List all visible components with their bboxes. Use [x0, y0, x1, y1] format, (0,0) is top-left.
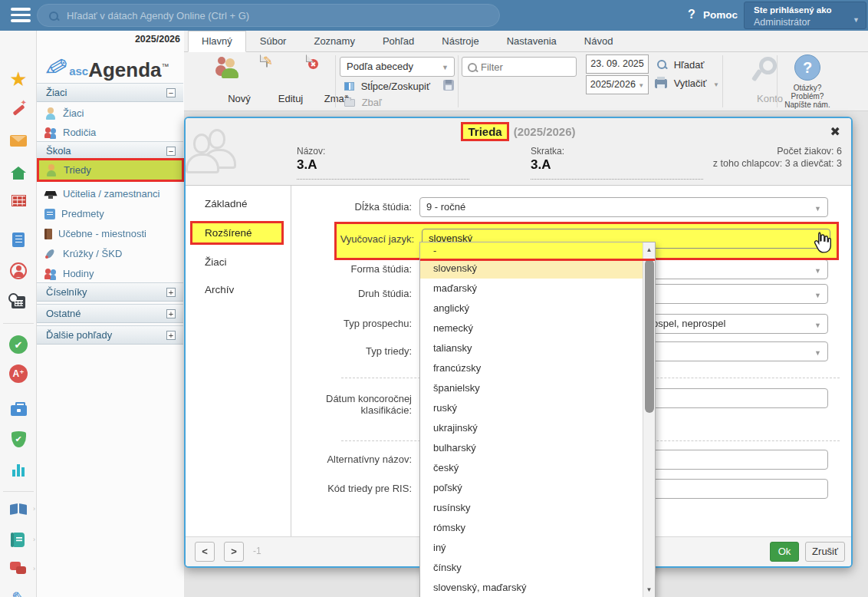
- menu-tab[interactable]: Nastavenia: [493, 31, 570, 52]
- expand-toggle-icon[interactable]: +: [166, 331, 176, 340]
- chevron-down-icon: ▼: [442, 64, 449, 71]
- dropdown-option[interactable]: rómsky: [420, 518, 643, 538]
- sidebar-item-triedy-selected[interactable]: Triedy: [37, 158, 184, 182]
- notebook-icon[interactable]: [0, 228, 37, 251]
- attendance-check-icon[interactable]: ✔: [0, 333, 37, 356]
- dropdown-option[interactable]: iný: [420, 538, 643, 558]
- dropdown-option[interactable]: španielsky: [420, 378, 643, 398]
- statistics-bars-icon[interactable]: [0, 459, 37, 482]
- dropdown-option[interactable]: český: [420, 458, 643, 478]
- dropdown-scrollbar[interactable]: ▲ ▼: [643, 242, 655, 597]
- dropdown-option[interactable]: poľský: [420, 478, 643, 498]
- dropdown-option[interactable]: nemecký: [420, 318, 643, 338]
- sidebar-item-ziaci[interactable]: Žiaci: [37, 104, 183, 123]
- hamburger-menu-icon[interactable]: [11, 8, 31, 23]
- library-book-icon[interactable]: ›: [0, 497, 37, 520]
- person-icon[interactable]: [0, 259, 37, 282]
- sidebar-item-ucebne[interactable]: Učebne - miestnosti: [37, 224, 183, 243]
- sidebar-section-ziaci[interactable]: Žiaci −: [37, 83, 183, 102]
- mail-icon[interactable]: [0, 129, 37, 152]
- journal-icon[interactable]: ›: [0, 528, 37, 551]
- graduation-cap-icon: [44, 188, 57, 200]
- support-question-icon[interactable]: ?: [794, 54, 820, 81]
- dropdown-option[interactable]: taliansky: [420, 338, 643, 358]
- timetable-grid-icon[interactable]: [0, 189, 37, 212]
- chevron-down-icon: ▼: [713, 81, 719, 88]
- save-layout-icon[interactable]: [443, 80, 454, 91]
- filter-input[interactable]: [481, 59, 571, 74]
- collapse-button[interactable]: Zbaľ: [344, 97, 382, 108]
- scrollbar-thumb[interactable]: [645, 259, 654, 413]
- menu-tab[interactable]: Nástroje: [428, 31, 492, 52]
- ok-button[interactable]: Ok: [770, 542, 799, 562]
- delete-button[interactable]: ✖ Zmaž: [290, 55, 336, 106]
- favorites-star-icon[interactable]: ★: [0, 68, 37, 91]
- scroll-up-icon[interactable]: ▲: [643, 244, 655, 256]
- filter-box[interactable]: [462, 57, 577, 77]
- highlight-border-line: [420, 259, 655, 261]
- chevron-down-icon: ▼: [814, 349, 821, 357]
- sidebar-section-ciselniky[interactable]: Číselníky +: [37, 282, 183, 302]
- close-icon[interactable]: ✖: [830, 124, 840, 139]
- help-icon[interactable]: ?: [688, 8, 695, 21]
- help-button[interactable]: Pomoc: [703, 9, 738, 21]
- dropdown-option[interactable]: bulharský: [420, 438, 643, 458]
- sidebar-item-hodiny[interactable]: Hodiny: [37, 264, 183, 283]
- menu-tab[interactable]: Návod: [570, 31, 627, 52]
- menu-tab[interactable]: Súbor: [246, 31, 301, 52]
- briefcase-icon[interactable]: [0, 397, 37, 420]
- sidebar-item-kruzky[interactable]: Krúžky / ŠKD: [37, 244, 183, 263]
- collapse-toggle-icon[interactable]: −: [166, 88, 176, 97]
- home-icon[interactable]: [0, 162, 37, 185]
- columns-group-button[interactable]: Stĺpce/Zoskupiť: [344, 81, 430, 92]
- prev-record-button[interactable]: <: [195, 542, 215, 562]
- dropdown-option[interactable]: ruský: [420, 398, 643, 418]
- messages-chat-icon[interactable]: ›: [0, 557, 37, 580]
- asc-agenda-logo[interactable]: ✎ asc Agenda ™: [44, 48, 169, 80]
- prospech-label: Typ prospechu:: [216, 318, 412, 329]
- sort-order-select[interactable]: Podľa abecedy ▼: [340, 57, 455, 77]
- account-button[interactable]: Konto: [730, 55, 770, 106]
- dropdown-option[interactable]: maďarský: [420, 279, 643, 298]
- sidebar-item-predmety[interactable]: Predmety: [37, 204, 183, 223]
- sidebar-section-ostatne[interactable]: Ostatné +: [37, 304, 183, 323]
- dropdown-option[interactable]: slovenský: [420, 259, 643, 279]
- tab-rozsirene-active[interactable]: Rozšírené: [190, 221, 284, 245]
- menu-tab[interactable]: Pohľad: [369, 31, 428, 52]
- edit-button[interactable]: ✎ Edituj: [244, 55, 290, 106]
- name-value[interactable]: 3.A: [297, 157, 317, 173]
- wizard-wand-icon[interactable]: [0, 98, 37, 121]
- dropdown-option[interactable]: slovenský, maďarský: [420, 578, 643, 597]
- grades-icon[interactable]: A⁺: [0, 362, 37, 385]
- scroll-down-icon[interactable]: ▼: [643, 584, 655, 596]
- sidebar-item-ucitelia[interactable]: Učitelia / zamestnanci: [37, 184, 183, 203]
- expand-toggle-icon[interactable]: +: [166, 288, 176, 297]
- global-search-input[interactable]: [67, 6, 481, 25]
- menu-tab[interactable]: Hlavný: [188, 31, 246, 52]
- shield-check-icon[interactable]: ✔: [0, 427, 37, 450]
- menu-tab[interactable]: Zoznamy: [300, 31, 368, 52]
- dropdown-option[interactable]: francúzsky: [420, 358, 643, 378]
- date-field[interactable]: 23. 09. 2025: [586, 54, 649, 74]
- dropdown-option[interactable]: anglický: [420, 298, 643, 318]
- next-record-button[interactable]: >: [224, 542, 244, 562]
- shortname-value[interactable]: 3.A: [531, 157, 551, 173]
- search-button[interactable]: Hľadať: [656, 59, 704, 71]
- dropdown-option[interactable]: rusínsky: [420, 498, 643, 518]
- calendar-clock-icon[interactable]: [0, 291, 37, 314]
- collapse-toggle-icon[interactable]: −: [166, 147, 176, 156]
- print-button[interactable]: Vytlačiť ▼: [655, 78, 719, 89]
- expand-toggle-icon[interactable]: +: [166, 309, 176, 318]
- dlzka-select[interactable]: 9 - ročné ▼: [419, 197, 828, 217]
- cancel-button[interactable]: Zrušiť: [805, 542, 845, 562]
- dropdown-option[interactable]: čínsky: [420, 558, 643, 578]
- sidebar-item-rodicia[interactable]: Rodičia: [37, 123, 183, 142]
- school-year-select[interactable]: 2025/2026 ▼: [586, 75, 649, 94]
- sidebar-section-dalsie-pohlady[interactable]: Ďalšie pohľady +: [37, 325, 183, 345]
- new-button[interactable]: Nový: [193, 55, 239, 106]
- dropdown-option[interactable]: -: [420, 242, 643, 259]
- global-search[interactable]: [37, 4, 500, 27]
- pen-icon[interactable]: ✎: [0, 588, 37, 597]
- user-menu[interactable]: Ste prihlásený ako Administrátor ▼: [744, 2, 866, 29]
- dropdown-option[interactable]: ukrajinský: [420, 418, 643, 438]
